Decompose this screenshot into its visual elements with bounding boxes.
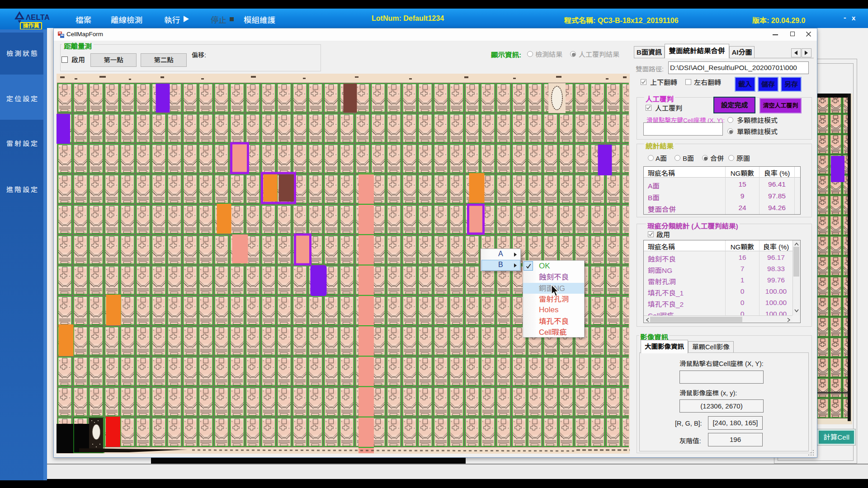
svg-text:ΛELTA: ΛELTA — [26, 13, 50, 21]
